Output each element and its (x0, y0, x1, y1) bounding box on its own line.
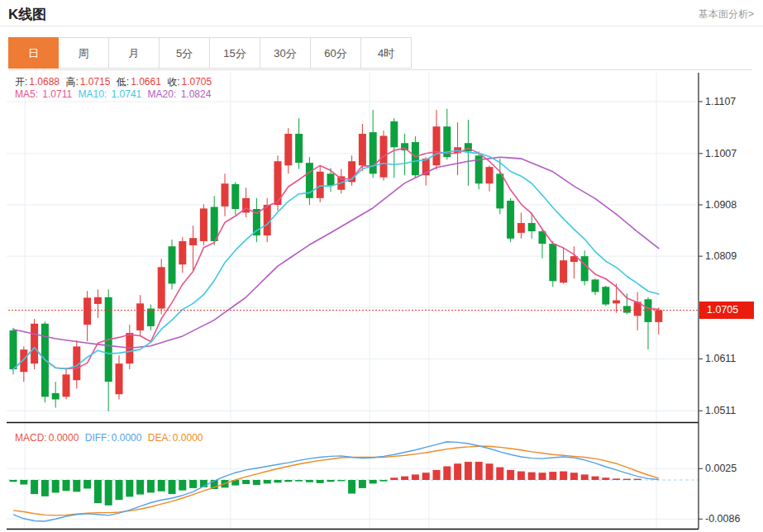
candle-body (370, 132, 377, 173)
candle-body (549, 244, 556, 281)
candle-body (10, 330, 17, 369)
axis-tick-label: 0.0025 (705, 463, 737, 474)
low-value: 1.0661 (131, 76, 161, 88)
macd-hist-bar (592, 477, 599, 480)
macd-hist-bar (359, 480, 366, 488)
macd-hist-bar (10, 480, 17, 482)
macd-hist-bar (581, 474, 589, 480)
macd-label: MACD: (15, 432, 47, 444)
candle-body (31, 324, 38, 363)
candle-body (496, 173, 503, 208)
open-label: 开: (15, 76, 27, 88)
axis-tick-label: 1.0511 (705, 405, 736, 416)
macd-hist-bar (52, 480, 60, 492)
candle-body (517, 223, 525, 233)
diff-value: 0.0000 (112, 432, 142, 444)
candle-body (264, 205, 271, 235)
macd-hist-bar (158, 480, 165, 492)
macd-hist-bar (63, 480, 70, 491)
ma10-value: 1.0741 (112, 88, 142, 100)
macd-hist-bar (422, 473, 430, 480)
ma5-value: 1.0711 (42, 88, 72, 100)
macd-hist-bar (41, 480, 49, 496)
axis-tick-label: 1.1007 (705, 148, 737, 159)
low-label: 低: (117, 76, 129, 88)
macd-hist-bar (401, 477, 408, 480)
candle-body (222, 183, 229, 207)
candle-body (136, 303, 144, 330)
macd-hist-bar (253, 480, 260, 485)
axis-tick-label: 1.0908 (705, 199, 737, 211)
axis-tick-label: 1.0611 (705, 353, 736, 364)
diff-label: DIFF: (85, 432, 110, 444)
candle-body (200, 208, 207, 241)
candle-body (623, 306, 631, 312)
candle-body (486, 167, 494, 183)
macd-hist-bar (475, 462, 483, 480)
macd-hist-bar (465, 462, 472, 480)
candle-body (433, 126, 441, 165)
candle-body (63, 374, 70, 397)
macd-hist-bar (116, 480, 123, 500)
ma5-label: MA5: (15, 88, 38, 100)
candle-body (465, 143, 472, 151)
macd-hist-bar (83, 480, 91, 488)
candle-body (295, 134, 303, 163)
dea-value: 0.0000 (173, 432, 203, 444)
axis-tick-label: 1.0809 (705, 250, 737, 262)
close-label: 收: (167, 76, 179, 88)
axis-tick-label: -0.0086 (705, 513, 740, 525)
axis-tick-label: 1.1107 (705, 96, 736, 107)
macd-hist-bar (507, 470, 514, 480)
macd-hist-bar (274, 480, 282, 482)
macd-hist-bar (20, 480, 27, 485)
macd-hist-bar (317, 480, 324, 483)
candle-body (116, 363, 123, 394)
ma20-value: 1.0824 (181, 88, 212, 100)
macd-hist-bar (623, 479, 631, 480)
macd-hist-bar (528, 473, 536, 480)
macd-hist-bar (496, 468, 503, 480)
macd-hist-bar (284, 480, 292, 482)
macd-hist-bar (242, 480, 250, 484)
candle-body (645, 299, 652, 322)
macd-hist-bar (105, 480, 112, 506)
candle-body (211, 207, 218, 240)
macd-hist-bar (486, 463, 494, 480)
macd-hist-bar (613, 478, 620, 480)
candle-body (613, 301, 620, 304)
macd-hist-bar (433, 470, 441, 480)
candle-body (528, 223, 536, 231)
macd-hist-bar (634, 479, 641, 480)
macd-hist-bar (73, 480, 80, 492)
candle-body (52, 393, 60, 400)
macd-hist-bar (517, 472, 525, 480)
macd-hist-bar (179, 480, 186, 491)
macd-hist-bar (380, 480, 388, 482)
macd-value: 0.0000 (49, 432, 79, 444)
macd-hist-bar (539, 473, 546, 480)
candle-body (158, 267, 165, 308)
macd-hist-bar (602, 477, 609, 480)
macd-hist-bar (126, 480, 133, 496)
macd-hist-bar (549, 472, 556, 480)
macd-hist-bar (136, 480, 144, 495)
ma20-label: MA20: (148, 88, 177, 100)
candle-body (412, 142, 419, 175)
macd-hist-bar (147, 480, 155, 492)
high-label: 高: (65, 76, 78, 88)
candle-body (83, 297, 91, 325)
macd-hist-bar (94, 480, 102, 503)
high-value: 1.0715 (80, 76, 111, 88)
macd-hist-bar (390, 477, 398, 480)
kline-app: K线图 基本面分析> 日周月5分15分30分60分4时 1.11071.1007… (0, 0, 763, 532)
candle-body (189, 238, 197, 245)
macd-hist-bar (264, 480, 271, 483)
macd-hist-bar (306, 480, 313, 482)
candle-body (602, 287, 609, 304)
candle-body (327, 173, 335, 185)
macd-hist-bar (327, 480, 335, 482)
macd-hist-bar (169, 480, 176, 494)
candle-body (284, 134, 292, 165)
candle-body (581, 256, 589, 281)
